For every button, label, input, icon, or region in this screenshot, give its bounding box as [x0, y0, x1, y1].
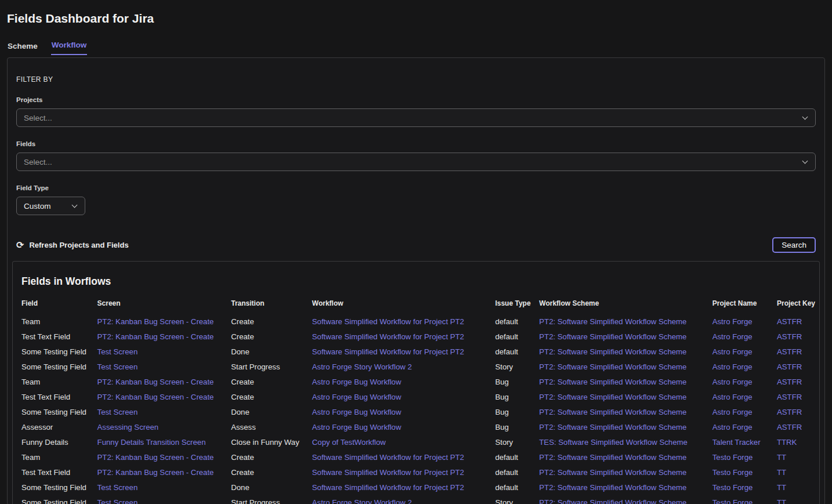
screen-link[interactable]: Test Screen — [97, 408, 138, 416]
screen-link[interactable]: Test Screen — [97, 498, 138, 504]
project-key-link[interactable]: ASTFR — [777, 393, 802, 401]
cell-workflow-scheme: PT2: Software Simplified Workflow Scheme — [534, 390, 707, 405]
screen-link[interactable]: Test Screen — [97, 483, 138, 492]
screen-link[interactable]: PT2: Kanban Bug Screen - Create — [97, 317, 214, 326]
workflow-link[interactable]: Astro Forge Bug Workflow — [312, 393, 401, 401]
project-key-link[interactable]: TT — [777, 483, 786, 492]
screen-link[interactable]: Funny Details Transition Screen — [97, 438, 206, 447]
workflow-scheme-link[interactable]: PT2: Software Simplified Workflow Scheme — [539, 347, 686, 356]
workflow-link[interactable]: Astro Forge Story Workflow 2 — [312, 498, 412, 504]
screen-link[interactable]: PT2: Kanban Bug Screen - Create — [97, 468, 214, 477]
project-name-link[interactable]: Astro Forge — [712, 332, 753, 341]
workflow-scheme-link[interactable]: PT2: Software Simplified Workflow Scheme — [539, 423, 686, 432]
screen-link[interactable]: PT2: Kanban Bug Screen - Create — [97, 393, 214, 401]
workflow-scheme-link[interactable]: PT2: Software Simplified Workflow Scheme — [539, 453, 686, 462]
cell-workflow-scheme: PT2: Software Simplified Workflow Scheme — [534, 345, 707, 360]
refresh-projects-button[interactable]: ⟳ Refresh Projects and Fields — [16, 241, 129, 250]
project-key-link[interactable]: ASTFR — [777, 362, 802, 371]
cell-project-key: ASTFR — [772, 360, 819, 375]
projects-select[interactable]: Select... — [16, 108, 816, 127]
workflow-scheme-link[interactable]: PT2: Software Simplified Workflow Scheme — [539, 468, 686, 477]
project-key-link[interactable]: ASTFR — [777, 378, 802, 386]
cell-screen: PT2: Kanban Bug Screen - Create — [93, 450, 227, 465]
cell-project-name: Astro Forge — [708, 405, 772, 420]
cell-workflow-scheme: PT2: Software Simplified Workflow Scheme — [534, 375, 707, 390]
cell-workflow: Software Simplified Workflow for Project… — [308, 450, 491, 465]
workflow-scheme-link[interactable]: PT2: Software Simplified Workflow Scheme — [539, 332, 686, 341]
workflow-scheme-link[interactable]: PT2: Software Simplified Workflow Scheme — [539, 393, 686, 401]
tab-workflow[interactable]: Workflow — [51, 39, 88, 55]
screen-link[interactable]: PT2: Kanban Bug Screen - Create — [97, 332, 214, 341]
refresh-label: Refresh Projects and Fields — [29, 241, 128, 249]
cell-issue-type: default — [490, 345, 534, 360]
cell-issue-type: default — [490, 465, 534, 480]
workflow-scheme-link[interactable]: PT2: Software Simplified Workflow Scheme — [539, 362, 686, 371]
search-button[interactable]: Search — [772, 237, 816, 253]
project-key-link[interactable]: TT — [777, 453, 786, 462]
workflow-scheme-link[interactable]: PT2: Software Simplified Workflow Scheme — [539, 498, 686, 504]
workflow-scheme-link[interactable]: PT2: Software Simplified Workflow Scheme — [539, 317, 686, 326]
workflow-link[interactable]: Software Simplified Workflow for Project… — [312, 468, 464, 477]
workflow-link[interactable]: Astro Forge Bug Workflow — [312, 408, 401, 416]
workflow-scheme-link[interactable]: TES: Software Simplified Workflow Scheme — [539, 438, 688, 447]
chevron-down-icon — [802, 158, 808, 164]
project-name-link[interactable]: Talent Tracker — [712, 438, 761, 447]
workflow-link[interactable]: Astro Forge Story Workflow 2 — [312, 362, 412, 371]
workflow-link[interactable]: Software Simplified Workflow for Project… — [312, 317, 464, 326]
cell-field: Funny Details — [13, 435, 93, 450]
screen-link[interactable]: Test Screen — [97, 362, 138, 371]
cell-workflow-scheme: TES: Software Simplified Workflow Scheme — [534, 435, 707, 450]
screen-link[interactable]: PT2: Kanban Bug Screen - Create — [97, 453, 214, 462]
project-key-link[interactable]: ASTFR — [777, 423, 802, 432]
project-name-link[interactable]: Astro Forge — [712, 378, 753, 386]
workflow-link[interactable]: Software Simplified Workflow for Project… — [312, 483, 464, 492]
workflow-link[interactable]: Software Simplified Workflow for Project… — [312, 453, 464, 462]
project-key-link[interactable]: TT — [777, 498, 786, 504]
column-header-project-name: Project Name — [708, 297, 772, 314]
table-row: Some Testing FieldTest ScreenStart Progr… — [13, 495, 819, 504]
workflow-scheme-link[interactable]: PT2: Software Simplified Workflow Scheme — [539, 408, 686, 416]
workflow-link[interactable]: Software Simplified Workflow for Project… — [312, 347, 464, 356]
workflow-scheme-link[interactable]: PT2: Software Simplified Workflow Scheme — [539, 483, 686, 492]
workflow-link[interactable]: Copy of TestWorkflow — [312, 438, 386, 447]
cell-field: Some Testing Field — [13, 345, 93, 360]
project-key-link[interactable]: TTRK — [777, 438, 797, 447]
cell-screen: Test Screen — [93, 360, 227, 375]
screen-link[interactable]: Test Screen — [97, 347, 138, 356]
cell-transition: Start Progress — [226, 495, 308, 504]
fields-select[interactable]: Select... — [16, 153, 816, 171]
table-row: Some Testing FieldTest ScreenStart Progr… — [13, 360, 819, 375]
cell-project-name: Astro Forge — [708, 375, 772, 390]
project-name-link[interactable]: Testo Forge — [712, 453, 753, 462]
project-name-link[interactable]: Testo Forge — [712, 468, 753, 477]
project-name-link[interactable]: Testo Forge — [712, 483, 753, 492]
workflow-scheme-link[interactable]: PT2: Software Simplified Workflow Scheme — [539, 378, 686, 386]
screen-link[interactable]: Assessing Screen — [97, 423, 159, 432]
project-name-link[interactable]: Testo Forge — [712, 498, 753, 504]
cell-issue-type: default — [490, 480, 534, 495]
cell-workflow: Astro Forge Story Workflow 2 — [308, 360, 491, 375]
tab-scheme[interactable]: Scheme — [7, 41, 38, 55]
table-header-row: FieldScreenTransitionWorkflowIssue TypeW… — [13, 297, 819, 314]
workflow-link[interactable]: Astro Forge Bug Workflow — [312, 378, 401, 386]
project-name-link[interactable]: Astro Forge — [712, 423, 753, 432]
screen-link[interactable]: PT2: Kanban Bug Screen - Create — [97, 378, 214, 386]
project-key-link[interactable]: TT — [777, 468, 786, 477]
project-name-link[interactable]: Astro Forge — [712, 393, 753, 401]
project-name-link[interactable]: Astro Forge — [712, 362, 753, 371]
project-key-link[interactable]: ASTFR — [777, 408, 802, 416]
table-row: TeamPT2: Kanban Bug Screen - CreateCreat… — [13, 314, 819, 329]
cell-issue-type: default — [490, 450, 534, 465]
cell-project-key: ASTFR — [772, 390, 819, 405]
project-name-link[interactable]: Astro Forge — [712, 347, 753, 356]
cell-project-key: ASTFR — [772, 345, 819, 360]
field-type-select[interactable]: Custom — [16, 197, 85, 215]
project-name-link[interactable]: Astro Forge — [712, 317, 753, 326]
project-key-link[interactable]: ASTFR — [777, 332, 802, 341]
filter-section: FILTER BY Projects Select... Fields Sele… — [12, 75, 820, 215]
project-key-link[interactable]: ASTFR — [777, 317, 802, 326]
workflow-link[interactable]: Software Simplified Workflow for Project… — [312, 332, 464, 341]
project-name-link[interactable]: Astro Forge — [712, 408, 753, 416]
project-key-link[interactable]: ASTFR — [777, 347, 802, 356]
workflow-link[interactable]: Astro Forge Bug Workflow — [312, 423, 401, 432]
